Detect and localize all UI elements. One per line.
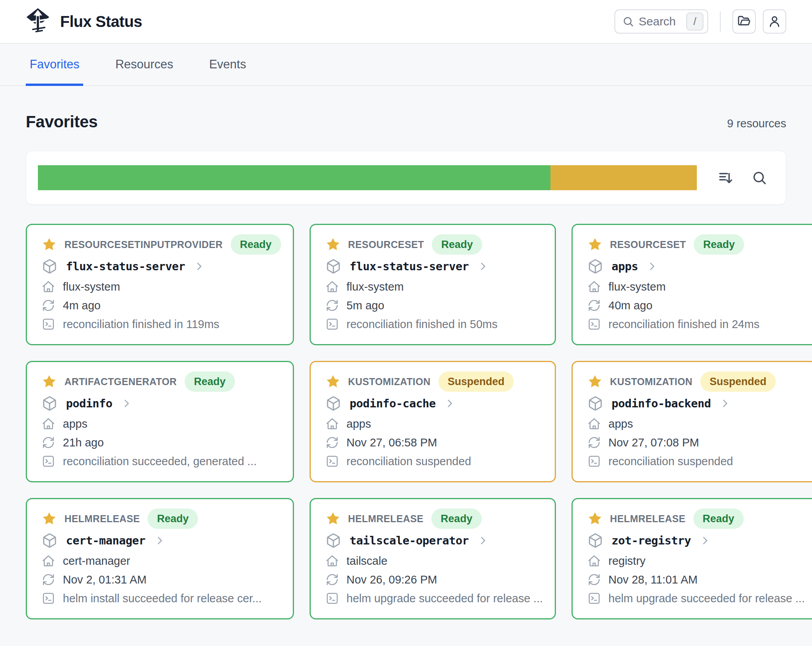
- resource-card[interactable]: RESOURCESET Ready apps: [572, 224, 812, 345]
- search-box[interactable]: /: [614, 9, 708, 34]
- chevron-right-icon[interactable]: [477, 261, 488, 272]
- chevron-right-icon[interactable]: [719, 398, 730, 409]
- resource-kind-label: ARTIFACTGENERATOR: [64, 376, 177, 387]
- projects-folder-button[interactable]: [732, 9, 756, 34]
- last-reconciled-icon: [42, 436, 55, 449]
- filter-search-button[interactable]: [750, 168, 769, 187]
- status-badge: Ready: [694, 234, 744, 255]
- package-cube-icon: [588, 533, 603, 548]
- search-shortcut-key: /: [686, 12, 703, 30]
- chevron-right-icon[interactable]: [477, 535, 488, 546]
- resource-card[interactable]: RESOURCESETINPUTPROVIDER Ready flux-stat…: [26, 224, 294, 345]
- favorite-star-icon[interactable]: [588, 374, 602, 389]
- chevron-right-icon[interactable]: [154, 535, 165, 546]
- user-account-button[interactable]: [763, 9, 786, 34]
- namespace-home-icon: [42, 554, 55, 567]
- resource-card[interactable]: KUSTOMIZATION Suspended podinfo-backend: [572, 361, 812, 482]
- brand: Flux Status: [26, 3, 142, 40]
- namespace-home-icon: [326, 554, 339, 567]
- resource-kind-label: HELMRELEASE: [610, 513, 686, 525]
- namespace: cert-manager: [63, 555, 130, 567]
- updated-time: Nov 2, 01:31 AM: [63, 573, 146, 586]
- resource-name-link[interactable]: tailscale-operator: [350, 534, 469, 547]
- resource-name-link[interactable]: podinfo-backend: [612, 397, 711, 410]
- resource-name-link[interactable]: flux-status-server: [350, 260, 469, 273]
- chevron-right-icon[interactable]: [194, 261, 205, 272]
- last-reconciled-icon: [42, 573, 55, 586]
- resource-kind-label: RESOURCESET: [348, 239, 424, 250]
- last-reconciled-icon: [326, 436, 339, 449]
- resource-name-link[interactable]: podinfo-cache: [350, 397, 436, 410]
- resource-count: 9 resources: [727, 117, 786, 130]
- updated-time: Nov 27, 06:58 PM: [347, 436, 437, 449]
- resource-name-link[interactable]: podinfo: [66, 397, 112, 410]
- status-badge: Ready: [185, 371, 235, 392]
- status-message: reconciliation succeeded, generated ...: [63, 455, 257, 468]
- message-terminal-icon: [42, 592, 55, 605]
- chevron-right-icon[interactable]: [700, 535, 710, 546]
- last-reconciled-icon: [42, 299, 55, 312]
- package-cube-icon: [42, 533, 57, 548]
- resource-card[interactable]: HELMRELEASE Ready cert-manager: [26, 498, 294, 619]
- resource-name-link[interactable]: flux-status-server: [66, 260, 185, 273]
- favorite-star-icon[interactable]: [326, 237, 340, 252]
- tab-favorites[interactable]: Favorites: [26, 44, 83, 85]
- message-terminal-icon: [588, 318, 601, 331]
- namespace: registry: [609, 555, 646, 567]
- main-tabs: Favorites Resources Events: [0, 44, 812, 86]
- app-header: Flux Status /: [0, 0, 812, 44]
- resource-card[interactable]: HELMRELEASE Ready zot-registry: [572, 498, 812, 619]
- search-icon: [751, 170, 767, 186]
- resource-kind-label: KUSTOMIZATION: [348, 376, 431, 387]
- updated-time: 5m ago: [347, 299, 385, 312]
- resource-name-link[interactable]: cert-manager: [66, 534, 146, 547]
- tab-events[interactable]: Events: [205, 44, 250, 85]
- resource-kind-label: RESOURCESET: [610, 239, 686, 250]
- message-terminal-icon: [588, 455, 601, 468]
- namespace: apps: [347, 418, 371, 430]
- favorite-star-icon[interactable]: [42, 237, 57, 252]
- updated-time: Nov 26, 09:26 PM: [347, 573, 437, 586]
- namespace-home-icon: [326, 417, 339, 430]
- tab-resources[interactable]: Resources: [111, 44, 177, 85]
- status-message: helm upgrade succeeded for release ...: [347, 592, 543, 605]
- updated-time: 4m ago: [63, 299, 101, 312]
- last-reconciled-icon: [326, 299, 339, 312]
- namespace-home-icon: [588, 280, 601, 293]
- status-badge: Ready: [231, 234, 281, 255]
- search-icon: [622, 16, 634, 27]
- namespace-home-icon: [42, 417, 55, 430]
- resource-card[interactable]: KUSTOMIZATION Suspended podinfo-cache: [310, 361, 556, 482]
- chevron-right-icon[interactable]: [444, 398, 455, 409]
- status-badge: Suspended: [438, 371, 514, 392]
- chevron-right-icon[interactable]: [121, 398, 132, 409]
- favorite-star-icon[interactable]: [42, 511, 57, 526]
- section-heading: Favorites: [26, 112, 98, 131]
- status-badge: Ready: [148, 509, 198, 529]
- namespace-home-icon: [326, 280, 339, 293]
- namespace: flux-system: [609, 280, 666, 293]
- favorite-star-icon[interactable]: [588, 511, 602, 526]
- resource-card[interactable]: HELMRELEASE Ready tailscale-operator: [310, 498, 556, 619]
- resource-name-link[interactable]: zot-registry: [612, 534, 691, 547]
- favorite-star-icon[interactable]: [326, 374, 340, 389]
- resource-kind-label: RESOURCESETINPUTPROVIDER: [64, 239, 223, 250]
- package-cube-icon: [326, 533, 341, 548]
- favorite-star-icon[interactable]: [588, 237, 602, 252]
- resource-kind-label: HELMRELEASE: [348, 513, 424, 525]
- search-input[interactable]: [639, 15, 682, 28]
- namespace-home-icon: [588, 417, 601, 430]
- chevron-right-icon[interactable]: [646, 261, 657, 272]
- favorite-star-icon[interactable]: [42, 374, 57, 389]
- last-reconciled-icon: [588, 436, 601, 449]
- updated-time: Nov 27, 07:08 PM: [609, 436, 699, 449]
- resource-card[interactable]: RESOURCESET Ready flux-status-server: [310, 224, 556, 345]
- status-message: reconciliation suspended: [609, 455, 733, 468]
- status-message: reconciliation finished in 24ms: [609, 318, 760, 331]
- message-terminal-icon: [326, 318, 339, 331]
- favorites-grid: RESOURCESETINPUTPROVIDER Ready flux-stat…: [26, 224, 786, 619]
- resource-name-link[interactable]: apps: [612, 260, 638, 273]
- resource-card[interactable]: ARTIFACTGENERATOR Ready podinfo: [26, 361, 294, 482]
- favorite-star-icon[interactable]: [326, 511, 340, 526]
- sort-button[interactable]: [716, 168, 735, 187]
